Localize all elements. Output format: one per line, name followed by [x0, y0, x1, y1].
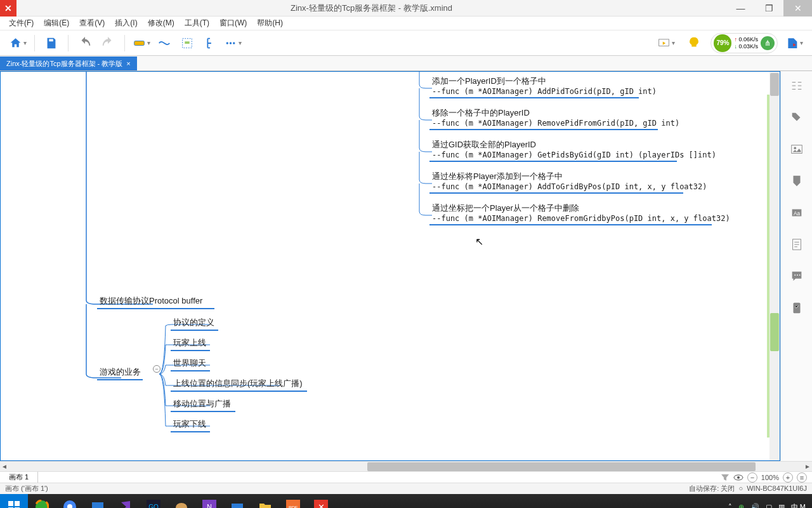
svg-point-17	[737, 476, 740, 479]
node-protocol-buffer[interactable]: 数据传输协议Protocol buffer	[97, 294, 214, 309]
node-player-online[interactable]: 玩家上线	[171, 336, 210, 351]
menu-window[interactable]: 窗口(W)	[214, 17, 252, 30]
minimize-button[interactable]: —	[726, 0, 755, 17]
format-icon[interactable]	[790, 110, 804, 124]
tray-ime[interactable]: 中 M	[791, 502, 806, 509]
node-remove-pid-func[interactable]: --func (m *AOIManager) RemovePidFromGrid…	[429, 117, 658, 130]
status-autosave: 自动保存: 关闭	[689, 485, 735, 492]
taskbar: GO N PDF ✕ ˄ ⊕ 🔊 ▢ ▥ 中 M	[0, 494, 812, 508]
save-button[interactable]	[43, 34, 60, 52]
tray-volume-icon[interactable]: 🔊	[750, 503, 759, 509]
svg-rect-19	[15, 501, 20, 506]
svg-text:GO: GO	[148, 504, 159, 508]
menu-bar: 文件(F) 编辑(E) 查看(V) 插入(I) 修改(M) 工具(T) 窗口(W…	[0, 17, 812, 30]
boundary-button[interactable]	[178, 34, 196, 52]
node-world-chat[interactable]: 世界聊天	[171, 356, 210, 371]
task-monitor[interactable]	[84, 494, 112, 508]
tray-up-icon[interactable]: ˄	[728, 503, 732, 509]
presentation-button[interactable]: ▾	[657, 34, 675, 52]
task-pdf[interactable]: PDF	[279, 494, 307, 508]
task-folder[interactable]	[251, 494, 279, 508]
menu-view[interactable]: 查看(V)	[74, 17, 110, 30]
title-bar: ✕ Zinx-轻量级的Tcp服务器框架 - 教学版.xmind — ❐ ✕	[0, 0, 812, 17]
export-button[interactable]: ▾	[785, 34, 803, 52]
svg-rect-26	[92, 502, 103, 508]
task-onenote[interactable]: N	[195, 494, 223, 508]
horizontal-scrollbar[interactable]: ◄ ►	[0, 461, 812, 471]
node-removebypos-func[interactable]: --func (m *AOIManager) RemoveFromGridbyP…	[429, 213, 712, 225]
zoom-fit-button[interactable]: ≡	[797, 472, 807, 483]
tray-flag-icon[interactable]: ▢	[766, 503, 772, 509]
start-button[interactable]	[0, 494, 28, 508]
svg-rect-15	[793, 303, 800, 314]
tray-shield-icon[interactable]: ⊕	[738, 503, 744, 509]
upload-rate: 0.06K/s	[734, 36, 758, 43]
menu-file[interactable]: 文件(F)	[4, 17, 39, 30]
system-tray[interactable]: ˄ ⊕ 🔊 ▢ ▥ 中 M	[728, 502, 812, 509]
menu-modify[interactable]: 修改(M)	[143, 17, 180, 30]
summary-button[interactable]	[201, 34, 219, 52]
sheet-tab[interactable]: 画布 1	[0, 472, 38, 483]
task-icon[interactable]	[790, 301, 804, 315]
outline-icon[interactable]	[790, 79, 804, 93]
task-vs[interactable]	[112, 494, 140, 508]
node-position-sync[interactable]: 上线位置的信息同步(玩家上线广播)	[171, 377, 307, 392]
comments-icon[interactable]	[790, 269, 804, 283]
topic-button[interactable]: ▾	[133, 34, 150, 52]
status-bar: 画布 ('画布 1') 自动保存: 关闭 ○ WIN-BC847K1UI6J	[0, 483, 812, 494]
task-explorer[interactable]	[223, 494, 251, 508]
zoom-out-button[interactable]: −	[747, 472, 757, 483]
undo-button[interactable]	[76, 34, 94, 52]
percent-circle: 79%	[714, 34, 731, 52]
node-player-offline[interactable]: 玩家下线	[171, 417, 210, 432]
document-tab[interactable]: Zinx-轻量级的Tcp服务器框架 - 教学版 ×	[0, 57, 137, 70]
text-icon[interactable]: Aa	[790, 206, 804, 220]
menu-insert[interactable]: 插入(I)	[110, 17, 142, 30]
svg-point-4	[230, 42, 232, 44]
task-goland[interactable]: GO	[140, 494, 167, 508]
task-paint[interactable]	[167, 494, 195, 508]
menu-edit[interactable]: 编辑(E)	[39, 17, 74, 30]
image-icon[interactable]	[790, 142, 804, 156]
node-add-pid-func[interactable]: --func (m *AOIManager) AddPidToGrid(pID,…	[429, 86, 639, 98]
marker-icon[interactable]	[790, 174, 804, 188]
tab-close-icon[interactable]: ×	[126, 60, 130, 67]
svg-point-12	[794, 274, 796, 276]
svg-point-8	[794, 147, 796, 149]
menu-tools[interactable]: 工具(T)	[180, 17, 214, 30]
tray-network-icon[interactable]: ▥	[778, 503, 785, 509]
node-addbypos-func[interactable]: --func (m *AOIManager) AddToGridByPos(pI…	[429, 181, 683, 194]
task-app1[interactable]	[28, 494, 56, 508]
sheet-bar: 画布 1 − 100% + ≡	[0, 471, 812, 483]
close-button[interactable]: ✕	[783, 0, 812, 17]
home-button[interactable]: ▾	[9, 34, 27, 52]
node-protocol-def[interactable]: 协议的定义	[171, 316, 218, 331]
relationship-button[interactable]	[155, 34, 173, 52]
download-rate: 0.03K/s	[734, 43, 758, 50]
mindmap-canvas[interactable]: 添加一个PlayerID到一个格子中 --func (m *AOIManager…	[0, 71, 780, 461]
svg-point-14	[799, 274, 800, 276]
task-chrome[interactable]	[56, 494, 84, 508]
right-sidebar: Aa	[780, 71, 812, 461]
svg-point-13	[797, 274, 798, 276]
window-title: Zinx-轻量级的Tcp服务器框架 - 教学版.xmind	[16, 3, 726, 14]
zoom-in-button[interactable]: +	[783, 472, 793, 483]
redo-button[interactable]	[99, 34, 117, 52]
svg-rect-2	[185, 41, 189, 44]
svg-text:N: N	[207, 503, 212, 508]
svg-point-3	[226, 42, 229, 44]
maximize-button[interactable]: ❐	[755, 0, 783, 17]
node-getpids-func[interactable]: --func (m *AOIManager) GetPidsByGid(gID …	[429, 149, 677, 162]
more-button[interactable]: ▾	[224, 34, 242, 52]
idea-button[interactable]	[685, 34, 703, 52]
node-move-broadcast[interactable]: 移动位置与广播	[171, 397, 235, 412]
notes-icon[interactable]	[790, 237, 804, 251]
task-xmind[interactable]: ✕	[307, 494, 335, 508]
filter-icon[interactable]	[721, 473, 730, 482]
visibility-icon[interactable]	[733, 473, 743, 482]
share-icon[interactable]: ⋔	[761, 36, 775, 50]
node-game-business[interactable]: 游戏的业务	[97, 365, 143, 380]
zoom-level: 100%	[761, 474, 779, 481]
collapse-icon[interactable]: −	[153, 365, 160, 373]
menu-help[interactable]: 帮助(H)	[252, 17, 288, 30]
